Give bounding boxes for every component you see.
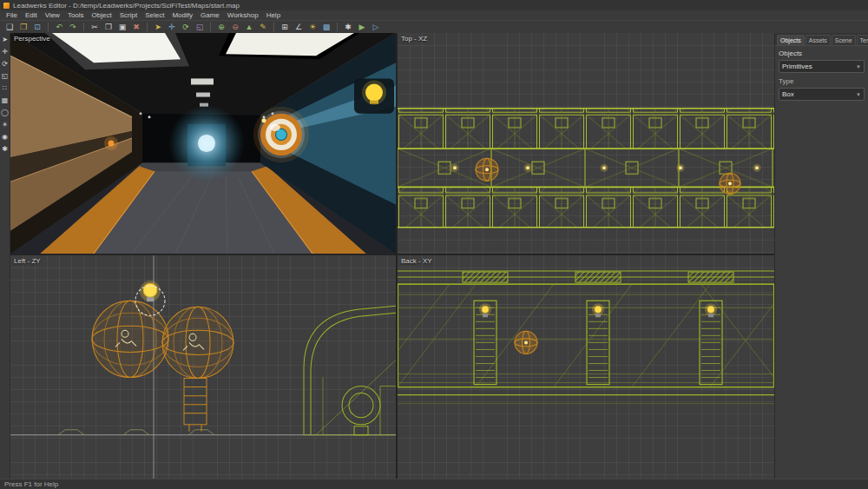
paint-tool-button[interactable]: ✎ — [257, 22, 269, 33]
rotate-tool-button[interactable]: ⟳ — [0, 59, 10, 69]
delete-button[interactable]: ✖ — [130, 22, 142, 33]
menu-workshop[interactable]: Workshop — [227, 11, 259, 19]
run-game-button[interactable]: ▶ — [356, 22, 368, 33]
tab-terrain[interactable]: Terrain — [857, 35, 868, 45]
settings-button[interactable]: ✱ — [0, 144, 10, 154]
main-toolbar: ❑ ❒ ⊡ ↶ ↷ ✂ ❐ ▣ ✖ ➤ ✛ ⟳ ◱ ⊕ ⊖ ▲ ✎ ⊞ ∠ ☀ … — [0, 20, 868, 33]
toolbar-separator — [337, 23, 338, 31]
select-tool-button[interactable]: ➤ — [152, 22, 164, 33]
menu-file[interactable]: File — [6, 11, 17, 19]
type-dropdown[interactable]: Box ▼ — [779, 88, 865, 101]
grid-snap-button[interactable]: ⊞ — [279, 22, 291, 33]
terrain-tool-button[interactable]: ▲ — [243, 22, 255, 33]
pointer-tool-button[interactable]: ➤ — [0, 35, 10, 44]
lighting-toggle-button[interactable]: ☀ — [306, 22, 319, 33]
viewport-label-left: Left - ZY — [14, 257, 41, 265]
leadwerks-editor-window: Leadwerks Editor - D:/temp/Leadwerks/Pro… — [0, 0, 868, 489]
viewport-area: Perspective — [10, 33, 774, 479]
csg-subtract-button[interactable]: ⊖ — [229, 22, 241, 33]
save-map-button[interactable]: ⊡ — [31, 22, 43, 33]
right-panel-tabs: Objects Assets Scene Terrain — [775, 33, 868, 45]
app-icon — [3, 3, 10, 9]
category-dropdown-value: Primitives — [782, 63, 812, 70]
viewport-perspective[interactable]: Perspective — [10, 33, 396, 254]
toolbar-separator — [147, 23, 148, 31]
menu-help[interactable]: Help — [266, 11, 280, 19]
light-tool-button[interactable]: ☀ — [0, 120, 10, 129]
open-map-button[interactable]: ❒ — [17, 22, 30, 33]
menu-bar: File Edit View Tools Object Script Selec… — [0, 10, 868, 20]
copy-button[interactable]: ❐ — [102, 22, 115, 33]
menu-edit[interactable]: Edit — [25, 11, 37, 19]
texture-toggle-button[interactable]: ▩ — [320, 22, 332, 33]
toolbar-separator — [210, 23, 211, 31]
tab-assets[interactable]: Assets — [806, 35, 831, 45]
rotate-tool-button[interactable]: ⟳ — [180, 22, 192, 33]
tab-scene[interactable]: Scene — [832, 35, 856, 45]
undo-button[interactable]: ↶ — [53, 22, 65, 33]
toolbar-separator — [48, 23, 49, 31]
options-button[interactable]: ✱ — [342, 22, 354, 33]
paste-button[interactable]: ▣ — [116, 22, 128, 33]
sphere-tool-button[interactable]: ◯ — [0, 108, 10, 117]
objects-section-title: Objects — [779, 50, 865, 57]
viewport-back-xy[interactable]: Back - XY — [398, 255, 774, 479]
scale-tool-button[interactable]: ◱ — [194, 22, 206, 33]
left-zy-wireframe — [10, 255, 396, 479]
redo-button[interactable]: ↷ — [67, 22, 79, 33]
face-tool-button[interactable]: ▦ — [0, 96, 10, 105]
perspective-render — [10, 33, 396, 254]
viewport-label-perspective: Perspective — [14, 35, 50, 43]
camera-tool-button[interactable]: ◉ — [0, 132, 10, 142]
title-bar[interactable]: Leadwerks Editor - D:/temp/Leadwerks/Pro… — [0, 0, 868, 10]
viewport-label-back: Back - XY — [401, 257, 432, 265]
menu-game[interactable]: Game — [201, 11, 220, 19]
move-tool-button[interactable]: ✛ — [0, 47, 10, 56]
tab-objects[interactable]: Objects — [777, 35, 805, 45]
chevron-down-icon: ▼ — [856, 92, 861, 97]
left-toolbar: ➤ ✛ ⟳ ◱ ∷ ▦ ◯ ☀ ◉ ✱ — [0, 33, 10, 479]
chevron-down-icon: ▼ — [856, 64, 861, 69]
menu-script[interactable]: Script — [120, 11, 137, 19]
back-xy-wireframe — [398, 255, 774, 479]
toolbar-separator — [273, 23, 274, 31]
cut-button[interactable]: ✂ — [89, 22, 101, 33]
status-text: Press F1 for Help — [4, 480, 58, 488]
category-dropdown[interactable]: Primitives ▼ — [779, 60, 865, 73]
type-label: Type — [779, 77, 865, 85]
status-bar: Press F1 for Help — [0, 479, 868, 489]
top-xz-wireframe — [398, 33, 774, 254]
menu-tools[interactable]: Tools — [68, 11, 84, 19]
menu-view[interactable]: View — [45, 11, 60, 19]
menu-select[interactable]: Select — [145, 11, 164, 19]
type-dropdown-value: Box — [782, 90, 794, 98]
viewport-top-xz[interactable]: Top - XZ — [398, 33, 774, 254]
viewport-label-top: Top - XZ — [401, 35, 427, 43]
menu-object[interactable]: Object — [92, 11, 112, 19]
menu-modify[interactable]: Modify — [172, 11, 193, 19]
viewport-left-zy[interactable]: Left - ZY — [10, 255, 396, 479]
scale-tool-button[interactable]: ◱ — [0, 71, 10, 81]
move-tool-button[interactable]: ✛ — [166, 22, 178, 33]
debug-run-button[interactable]: ▷ — [370, 22, 382, 33]
toolbar-separator — [83, 23, 84, 31]
angle-snap-button[interactable]: ∠ — [293, 22, 305, 33]
objects-panel: Objects Primitives ▼ Type Box ▼ — [775, 45, 868, 104]
window-title: Leadwerks Editor - D:/temp/Leadwerks/Pro… — [13, 2, 240, 10]
right-panel: Objects Assets Scene Terrain Objects Pri… — [774, 33, 868, 479]
csg-add-button[interactable]: ⊕ — [215, 22, 227, 33]
new-map-button[interactable]: ❑ — [3, 22, 16, 33]
vertex-tool-button[interactable]: ∷ — [0, 83, 10, 93]
